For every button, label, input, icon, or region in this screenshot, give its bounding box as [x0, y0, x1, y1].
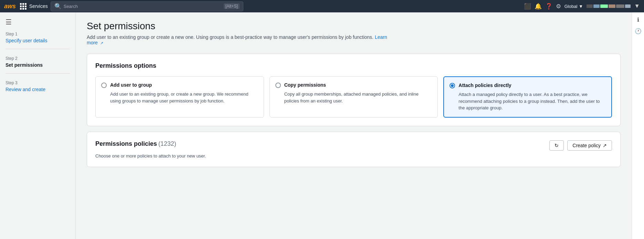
info-icon[interactable]: ℹ — [637, 17, 639, 23]
option-attach-policies[interactable]: Attach policies directly Attach a manage… — [443, 76, 612, 118]
nav-icons-group: ⬛ 🔔 ❓ ⚙ Global ▼ ▼ — [524, 3, 640, 10]
top-nav: aws Services 🔍 [Alt+S] ⬛ 🔔 ❓ ⚙ Global ▼ … — [0, 0, 644, 12]
policies-title-group: Permissions policies (1232) — [95, 140, 176, 148]
sidebar-step-3: Step 3 Review and create — [6, 80, 70, 98]
account-menu[interactable] — [587, 4, 631, 8]
option-copy-permissions-title: Copy permissions — [284, 82, 326, 88]
search-bar[interactable]: 🔍 [Alt+S] — [51, 1, 243, 11]
option-copy-permissions[interactable]: Copy permissions Copy all group membersh… — [270, 76, 438, 118]
permission-options-grid: Add user to group Add user to an existin… — [95, 76, 612, 118]
permissions-policies-card: Permissions policies (1232) ↻ Create pol… — [87, 132, 621, 167]
right-panel: ℹ 🕐 — [632, 12, 644, 239]
terminal-icon[interactable]: ⬛ — [524, 3, 531, 10]
aws-logo: aws — [4, 3, 16, 10]
apps-grid-icon[interactable] — [20, 3, 27, 10]
aws-logo-text: aws — [4, 3, 16, 10]
main-content: Set permissions Add user to an existing … — [76, 12, 632, 239]
option-attach-policies-header: Attach policies directly — [450, 83, 606, 88]
option-add-group[interactable]: Add user to group Add user to an existin… — [95, 76, 264, 118]
page-layout: ☰ Step 1 Specify user details Step 2 Set… — [0, 12, 644, 239]
option-copy-permissions-desc: Copy all group memberships, attached man… — [275, 91, 432, 104]
step-2-title: Set permissions — [6, 62, 43, 68]
page-description: Add user to an existing group or create … — [87, 34, 397, 45]
sidebar-step-2: Step 2 Set permissions — [6, 56, 70, 74]
region-chevron-icon: ▼ — [579, 4, 583, 9]
refresh-icon: ↻ — [555, 143, 559, 148]
region-selector[interactable]: Global ▼ — [564, 4, 583, 9]
permissions-options-card: Permissions options Add user to group Ad… — [87, 54, 621, 126]
policies-count: (1232) — [158, 140, 176, 147]
option-copy-permissions-radio[interactable] — [275, 83, 281, 88]
step-3-label: Step 3 — [6, 80, 70, 85]
search-shortcut: [Alt+S] — [224, 3, 240, 9]
external-link-icon: ↗ — [100, 41, 103, 45]
policies-desc: Choose one or more policies to attach to… — [95, 153, 612, 159]
sidebar-toggle-icon[interactable]: ☰ — [6, 18, 70, 26]
sidebar: ☰ Step 1 Specify user details Step 2 Set… — [0, 12, 76, 239]
option-attach-policies-radio[interactable] — [450, 83, 455, 88]
search-input[interactable] — [64, 4, 222, 9]
account-chevron-icon[interactable]: ▼ — [634, 3, 640, 10]
description-text: Add user to an existing group or create … — [87, 34, 373, 40]
history-icon[interactable]: 🕐 — [635, 28, 642, 34]
region-label: Global — [564, 4, 578, 9]
step-1-title[interactable]: Specify user details — [6, 38, 47, 43]
policies-card-header: Permissions policies (1232) ↻ Create pol… — [95, 140, 612, 151]
option-add-group-title: Add user to group — [110, 82, 152, 88]
step-1-label: Step 1 — [6, 32, 70, 36]
create-policy-label: Create policy — [572, 143, 601, 148]
step-2-label: Step 2 — [6, 56, 70, 61]
page-title: Set permissions — [87, 21, 621, 32]
create-policy-external-icon: ↗ — [603, 143, 607, 148]
services-nav-item[interactable]: Services — [29, 3, 48, 9]
option-copy-permissions-header: Copy permissions — [275, 82, 432, 88]
step-3-title: Review and create — [6, 87, 45, 92]
help-icon[interactable]: ❓ — [545, 3, 552, 10]
policies-card-actions: ↻ Create policy ↗ — [549, 140, 612, 151]
option-add-group-header: Add user to group — [101, 82, 258, 88]
option-add-group-radio[interactable] — [101, 83, 107, 88]
option-attach-policies-desc: Attach a managed policy directly to a us… — [450, 91, 606, 111]
permissions-options-title: Permissions options — [95, 62, 612, 69]
option-add-group-desc: Add user to an existing group, or create… — [101, 91, 258, 104]
settings-icon[interactable]: ⚙ — [556, 3, 561, 10]
sidebar-step-1: Step 1 Specify user details — [6, 32, 70, 49]
policies-title: Permissions policies — [95, 140, 157, 147]
search-icon: 🔍 — [54, 3, 62, 10]
create-policy-button[interactable]: Create policy ↗ — [567, 140, 612, 151]
option-attach-policies-title: Attach policies directly — [458, 83, 511, 88]
refresh-button[interactable]: ↻ — [549, 140, 564, 151]
bell-icon[interactable]: 🔔 — [535, 3, 542, 10]
